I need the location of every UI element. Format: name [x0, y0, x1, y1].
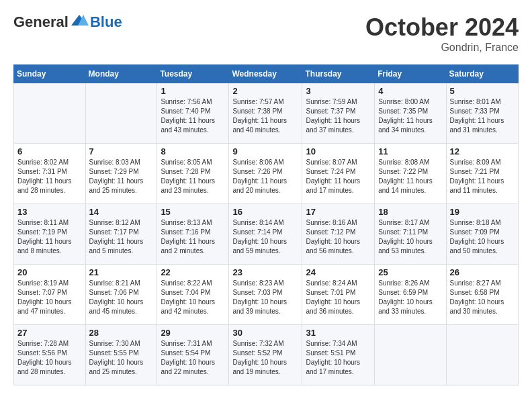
calendar-cell	[14, 83, 86, 144]
title-block: October 2024 Gondrin, France	[365, 13, 519, 54]
calendar-cell: 25Sunrise: 8:26 AMSunset: 6:59 PMDayligh…	[375, 265, 446, 325]
day-of-week-header: Thursday	[302, 65, 375, 83]
day-number: 31	[306, 328, 371, 338]
calendar-cell: 22Sunrise: 8:22 AMSunset: 7:04 PMDayligh…	[157, 265, 229, 325]
day-number: 17	[306, 207, 371, 217]
day-info: Sunrise: 8:21 AMSunset: 7:06 PMDaylight:…	[89, 279, 154, 316]
calendar-cell: 7Sunrise: 8:03 AMSunset: 7:29 PMDaylight…	[85, 144, 157, 204]
day-of-week-header: Tuesday	[157, 65, 229, 83]
day-info: Sunrise: 8:17 AMSunset: 7:11 PMDaylight:…	[378, 218, 442, 256]
day-number: 14	[89, 207, 154, 217]
calendar-cell: 15Sunrise: 8:13 AMSunset: 7:16 PMDayligh…	[157, 204, 229, 265]
day-of-week-header: Monday	[85, 65, 157, 83]
calendar-cell: 3Sunrise: 7:59 AMSunset: 7:37 PMDaylight…	[302, 83, 375, 144]
day-info: Sunrise: 8:00 AMSunset: 7:35 PMDaylight:…	[378, 97, 442, 135]
day-number: 1	[161, 86, 225, 96]
calendar-cell: 2Sunrise: 7:57 AMSunset: 7:38 PMDaylight…	[229, 83, 302, 144]
day-number: 25	[378, 267, 442, 277]
day-number: 11	[378, 146, 442, 156]
day-info: Sunrise: 8:06 AMSunset: 7:26 PMDaylight:…	[232, 158, 298, 195]
day-number: 22	[161, 267, 225, 277]
day-info: Sunrise: 8:12 AMSunset: 7:17 PMDaylight:…	[89, 218, 154, 256]
calendar-cell: 27Sunrise: 7:28 AMSunset: 5:56 PMDayligh…	[14, 325, 86, 385]
calendar-cell: 30Sunrise: 7:32 AMSunset: 5:52 PMDayligh…	[229, 325, 302, 385]
calendar-week-row: 6Sunrise: 8:02 AMSunset: 7:31 PMDaylight…	[14, 144, 519, 204]
calendar-cell: 31Sunrise: 7:34 AMSunset: 5:51 PMDayligh…	[302, 325, 375, 385]
logo: General Blue	[13, 13, 122, 31]
calendar-cell: 23Sunrise: 8:23 AMSunset: 7:03 PMDayligh…	[229, 265, 302, 325]
day-info: Sunrise: 8:14 AMSunset: 7:14 PMDaylight:…	[232, 218, 298, 256]
day-info: Sunrise: 8:13 AMSunset: 7:16 PMDaylight:…	[161, 218, 225, 256]
day-info: Sunrise: 8:26 AMSunset: 6:59 PMDaylight:…	[378, 279, 442, 316]
day-info: Sunrise: 7:59 AMSunset: 7:37 PMDaylight:…	[306, 97, 371, 135]
day-number: 16	[232, 207, 298, 217]
day-info: Sunrise: 8:27 AMSunset: 6:58 PMDaylight:…	[450, 279, 515, 316]
day-number: 21	[89, 267, 154, 277]
calendar-cell: 13Sunrise: 8:11 AMSunset: 7:19 PMDayligh…	[14, 204, 86, 265]
day-info: Sunrise: 7:31 AMSunset: 5:54 PMDaylight:…	[161, 339, 225, 377]
day-number: 12	[450, 146, 515, 156]
day-number: 3	[306, 86, 371, 96]
day-number: 19	[450, 207, 515, 217]
calendar-table: SundayMondayTuesdayWednesdayThursdayFrid…	[13, 64, 519, 385]
calendar-cell: 5Sunrise: 8:01 AMSunset: 7:33 PMDaylight…	[446, 83, 518, 144]
calendar-cell: 6Sunrise: 8:02 AMSunset: 7:31 PMDaylight…	[14, 144, 86, 204]
day-number: 6	[17, 146, 82, 156]
day-of-week-header: Friday	[375, 65, 446, 83]
day-number: 13	[17, 207, 82, 217]
day-of-week-header: Saturday	[446, 65, 518, 83]
logo-general-text: General	[13, 13, 69, 31]
calendar-cell: 14Sunrise: 8:12 AMSunset: 7:17 PMDayligh…	[85, 204, 157, 265]
day-info: Sunrise: 7:56 AMSunset: 7:40 PMDaylight:…	[161, 97, 225, 135]
calendar-cell: 10Sunrise: 8:07 AMSunset: 7:24 PMDayligh…	[302, 144, 375, 204]
day-info: Sunrise: 7:32 AMSunset: 5:52 PMDaylight:…	[232, 339, 298, 377]
day-number: 27	[17, 328, 82, 338]
calendar-cell: 1Sunrise: 7:56 AMSunset: 7:40 PMDaylight…	[157, 83, 229, 144]
page-header: General Blue October 2024 Gondrin, Franc…	[13, 13, 519, 54]
day-of-week-header: Wednesday	[229, 65, 302, 83]
day-number: 28	[89, 328, 154, 338]
day-number: 18	[378, 207, 442, 217]
day-info: Sunrise: 8:07 AMSunset: 7:24 PMDaylight:…	[306, 158, 371, 195]
day-number: 5	[450, 86, 515, 96]
day-number: 20	[17, 267, 82, 277]
day-info: Sunrise: 8:01 AMSunset: 7:33 PMDaylight:…	[450, 97, 515, 135]
logo-icon	[70, 13, 89, 28]
day-info: Sunrise: 8:22 AMSunset: 7:04 PMDaylight:…	[161, 279, 225, 316]
day-number: 24	[306, 267, 371, 277]
calendar-cell	[375, 325, 446, 385]
day-info: Sunrise: 7:30 AMSunset: 5:55 PMDaylight:…	[89, 339, 154, 377]
day-info: Sunrise: 8:24 AMSunset: 7:01 PMDaylight:…	[306, 279, 371, 316]
calendar-cell	[85, 83, 157, 144]
location: Gondrin, France	[365, 42, 519, 54]
day-info: Sunrise: 8:08 AMSunset: 7:22 PMDaylight:…	[378, 158, 442, 195]
day-info: Sunrise: 8:18 AMSunset: 7:09 PMDaylight:…	[450, 218, 515, 256]
calendar-cell: 21Sunrise: 8:21 AMSunset: 7:06 PMDayligh…	[85, 265, 157, 325]
day-number: 8	[161, 146, 225, 156]
day-info: Sunrise: 7:57 AMSunset: 7:38 PMDaylight:…	[232, 97, 298, 135]
day-info: Sunrise: 8:05 AMSunset: 7:28 PMDaylight:…	[161, 158, 225, 195]
day-info: Sunrise: 8:16 AMSunset: 7:12 PMDaylight:…	[306, 218, 371, 256]
day-number: 9	[232, 146, 298, 156]
day-number: 30	[232, 328, 298, 338]
day-info: Sunrise: 7:28 AMSunset: 5:56 PMDaylight:…	[17, 339, 82, 377]
calendar-week-row: 1Sunrise: 7:56 AMSunset: 7:40 PMDaylight…	[14, 83, 519, 144]
calendar-week-row: 13Sunrise: 8:11 AMSunset: 7:19 PMDayligh…	[14, 204, 519, 265]
day-info: Sunrise: 8:03 AMSunset: 7:29 PMDaylight:…	[89, 158, 154, 195]
calendar-cell: 29Sunrise: 7:31 AMSunset: 5:54 PMDayligh…	[157, 325, 229, 385]
calendar-cell: 4Sunrise: 8:00 AMSunset: 7:35 PMDaylight…	[375, 83, 446, 144]
day-number: 26	[450, 267, 515, 277]
calendar-cell: 19Sunrise: 8:18 AMSunset: 7:09 PMDayligh…	[446, 204, 518, 265]
day-info: Sunrise: 8:02 AMSunset: 7:31 PMDaylight:…	[17, 158, 82, 195]
calendar-cell: 11Sunrise: 8:08 AMSunset: 7:22 PMDayligh…	[375, 144, 446, 204]
calendar-cell: 28Sunrise: 7:30 AMSunset: 5:55 PMDayligh…	[85, 325, 157, 385]
calendar-cell: 20Sunrise: 8:19 AMSunset: 7:07 PMDayligh…	[14, 265, 86, 325]
day-number: 4	[378, 86, 442, 96]
day-info: Sunrise: 8:23 AMSunset: 7:03 PMDaylight:…	[232, 279, 298, 316]
day-number: 23	[232, 267, 298, 277]
day-of-week-header: Sunday	[14, 65, 86, 83]
day-number: 15	[161, 207, 225, 217]
day-number: 29	[161, 328, 225, 338]
day-info: Sunrise: 7:34 AMSunset: 5:51 PMDaylight:…	[306, 339, 371, 377]
day-info: Sunrise: 8:11 AMSunset: 7:19 PMDaylight:…	[17, 218, 82, 256]
